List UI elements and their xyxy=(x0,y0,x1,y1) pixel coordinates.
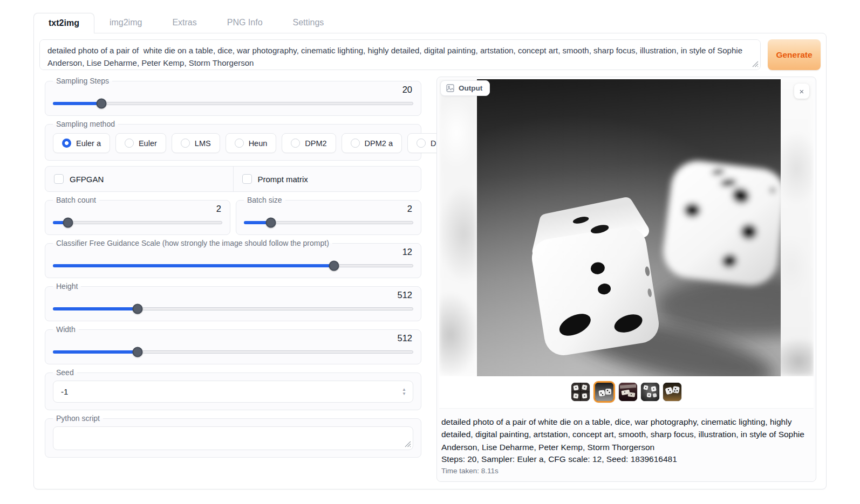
python-script-label: Python script xyxy=(53,414,103,423)
sampling-steps-value: 20 xyxy=(53,85,412,95)
thumbnail-dice-closeup[interactable] xyxy=(663,383,681,401)
sampling-steps-label: Sampling Steps xyxy=(53,77,112,85)
thumbnail-dice-scattered[interactable] xyxy=(641,383,659,401)
seed-input[interactable] xyxy=(60,386,402,397)
width-label: Width xyxy=(53,325,79,334)
sampling-steps-group: Sampling Steps 20 xyxy=(45,77,421,116)
slider-knob[interactable] xyxy=(97,98,107,108)
python-script-group: Python script xyxy=(45,414,421,458)
checkbox-group: GFPGAN Prompt matrix xyxy=(45,166,421,192)
slider-knob[interactable] xyxy=(266,217,276,227)
batch-count-group: Batch count 2 xyxy=(45,196,230,235)
height-value: 512 xyxy=(53,290,412,300)
prompt-matrix-checkbox-cell[interactable]: Prompt matrix xyxy=(233,167,421,191)
slider-knob[interactable] xyxy=(329,260,339,271)
thumbnail-strip xyxy=(439,376,814,408)
sampling-method-options: Euler a Euler LMS Heun xyxy=(53,133,413,153)
radio-icon xyxy=(351,139,360,148)
output-column: Output × xyxy=(436,77,816,482)
gallery-left-peek xyxy=(439,79,477,376)
radio-dpm2[interactable]: DPM2 xyxy=(282,133,336,153)
caption-prompt: detailed photo of a pair of white die on… xyxy=(441,416,811,453)
radio-icon xyxy=(417,139,426,148)
height-group: Height 512 xyxy=(45,282,421,321)
output-label-text: Output xyxy=(459,84,482,92)
batch-size-label: Batch size xyxy=(244,196,285,204)
radio-selected-icon xyxy=(62,139,71,148)
image-icon xyxy=(446,84,454,92)
radio-heun[interactable]: Heun xyxy=(226,133,277,153)
radio-label: DPM2 a xyxy=(365,139,393,148)
gallery-right-peek xyxy=(776,79,814,376)
sampling-method-group: Sampling method Euler a Euler LMS xyxy=(45,120,421,161)
batch-size-slider[interactable] xyxy=(244,217,413,227)
gfpgan-label: GFPGAN xyxy=(70,175,104,184)
seed-label: Seed xyxy=(53,368,77,377)
radio-label: Euler xyxy=(139,139,157,148)
sampling-steps-slider[interactable] xyxy=(53,98,413,108)
main-panel: detailed photo of a pair of white die on… xyxy=(33,33,827,489)
slider-track[interactable] xyxy=(53,102,413,105)
gfpgan-checkbox[interactable] xyxy=(54,174,64,184)
height-slider[interactable] xyxy=(53,303,413,314)
spinner-up-icon[interactable]: ▲ xyxy=(402,388,406,391)
radio-lms[interactable]: LMS xyxy=(172,133,220,153)
txt2img-app: txt2img img2img Extras PNG Info Settings… xyxy=(33,12,827,489)
number-spinner[interactable]: ▲ ▼ xyxy=(402,388,406,396)
tab-img2img[interactable]: img2img xyxy=(94,12,157,33)
batch-count-label: Batch count xyxy=(53,196,99,204)
radio-icon xyxy=(181,139,190,148)
radio-icon xyxy=(235,139,244,148)
close-output-button[interactable]: × xyxy=(794,84,809,99)
slider-knob[interactable] xyxy=(132,347,142,357)
cfg-scale-value: 12 xyxy=(53,247,412,257)
slider-fill xyxy=(53,264,334,267)
width-slider[interactable] xyxy=(53,347,413,357)
slider-track[interactable] xyxy=(53,221,222,224)
tab-settings[interactable]: Settings xyxy=(278,12,339,33)
thumbnail-dice-on-table[interactable] xyxy=(619,383,637,401)
batch-size-value: 2 xyxy=(244,204,412,214)
gallery-viewer xyxy=(439,79,814,376)
tab-bar: txt2img img2img Extras PNG Info Settings xyxy=(33,12,827,33)
cfg-scale-group: Classifier Free Guidance Scale (how stro… xyxy=(45,239,421,278)
radio-label: DPM2 xyxy=(305,139,326,148)
prompt-input[interactable]: detailed photo of a pair of white die on… xyxy=(39,39,761,70)
tab-extras[interactable]: Extras xyxy=(157,12,211,33)
caption-params: Steps: 20, Sampler: Euler a, CFG scale: … xyxy=(441,454,811,464)
prompt-matrix-checkbox[interactable] xyxy=(242,174,252,184)
spinner-down-icon[interactable]: ▼ xyxy=(402,392,406,396)
seed-group: Seed ▲ ▼ xyxy=(45,368,421,410)
batch-count-slider[interactable] xyxy=(53,217,222,227)
height-label: Height xyxy=(53,282,81,291)
slider-knob[interactable] xyxy=(132,303,142,314)
radio-euler[interactable]: Euler xyxy=(115,133,166,153)
radio-label: Heun xyxy=(249,139,268,148)
prompt-textarea-wrap: detailed photo of a pair of white die on… xyxy=(39,39,761,70)
radio-icon xyxy=(125,139,134,148)
width-group: Width 512 xyxy=(45,325,421,364)
generated-image-dice[interactable] xyxy=(477,79,781,376)
batch-size-group: Batch size 2 xyxy=(236,196,421,235)
radio-dpm2-a[interactable]: DPM2 a xyxy=(342,133,402,153)
slider-knob[interactable] xyxy=(63,217,73,227)
tab-png-info[interactable]: PNG Info xyxy=(212,12,278,33)
gfpgan-checkbox-cell[interactable]: GFPGAN xyxy=(45,167,233,191)
radio-label: LMS xyxy=(195,139,211,148)
seed-input-wrap: ▲ ▼ xyxy=(53,381,413,403)
slider-fill xyxy=(53,350,138,354)
slider-fill xyxy=(53,307,138,310)
prompt-row: detailed photo of a pair of white die on… xyxy=(39,39,821,70)
batch-count-value: 2 xyxy=(53,204,221,214)
radio-euler-a[interactable]: Euler a xyxy=(53,133,110,153)
cfg-scale-label: Classifier Free Guidance Scale (how stro… xyxy=(53,239,332,247)
python-script-input[interactable] xyxy=(53,426,413,450)
thumbnail-dice-pair-selected[interactable] xyxy=(593,381,615,403)
radio-icon xyxy=(291,139,300,148)
generate-button[interactable]: Generate xyxy=(768,39,821,70)
python-script-wrap xyxy=(53,426,413,450)
cfg-scale-slider[interactable] xyxy=(53,260,413,271)
tab-txt2img[interactable]: txt2img xyxy=(33,13,94,33)
thumbnail-dice-collage[interactable] xyxy=(571,383,590,401)
output-panel: Output × xyxy=(436,77,816,482)
